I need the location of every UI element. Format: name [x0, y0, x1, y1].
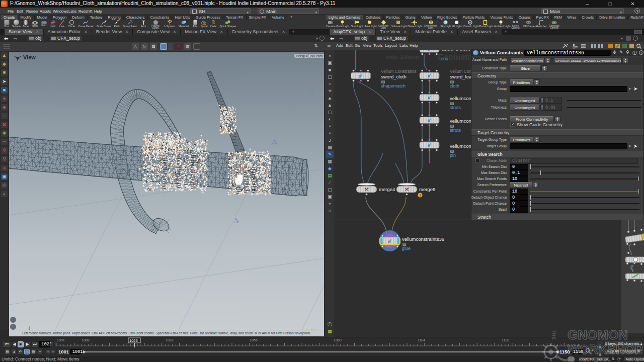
svg-text:GNOMON: GNOMON: [568, 327, 628, 342]
svg-text:1001: 1001: [57, 338, 65, 342]
svg-text:1080: 1080: [334, 338, 342, 342]
svg-text:!: !: [420, 194, 421, 197]
svg-text:1056: 1056: [250, 338, 258, 342]
svg-text:WORKSHOP: WORKSHOP: [568, 342, 643, 356]
svg-text:1008: 1008: [82, 338, 90, 342]
svg-text:THE: THE: [551, 330, 556, 340]
svg-text:1023: 1023: [129, 338, 138, 343]
svg-text:1032: 1032: [166, 338, 174, 342]
svg-text:1104: 1104: [418, 338, 425, 342]
svg-text:1128: 1128: [502, 338, 509, 342]
